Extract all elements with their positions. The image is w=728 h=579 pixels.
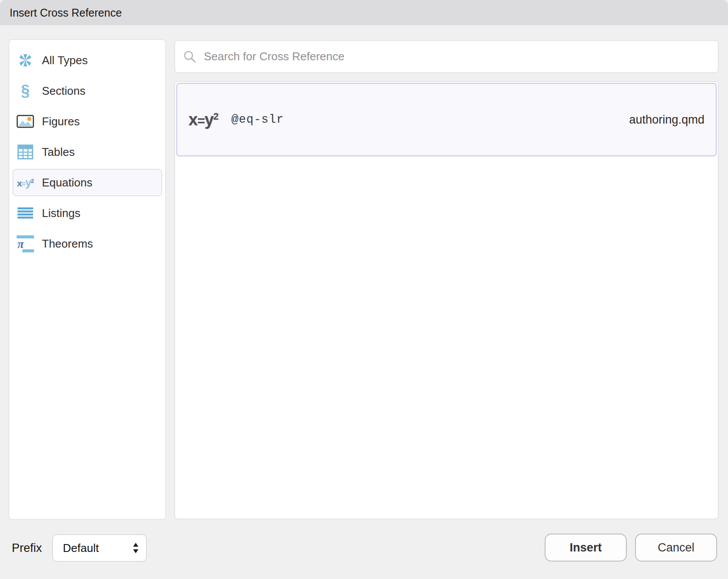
theorem-icon: π (16, 234, 35, 253)
dialog-titlebar: Insert Cross Reference (0, 0, 728, 25)
cancel-button-label: Cancel (658, 541, 694, 555)
all-types-asterisk-icon (16, 53, 35, 68)
insert-button[interactable]: Insert (545, 534, 627, 562)
prefix-label: Prefix (12, 541, 42, 555)
cancel-button[interactable]: Cancel (635, 534, 717, 562)
prefix-select-value: Default (63, 541, 99, 555)
svg-text:π: π (17, 238, 24, 251)
listings-icon (16, 207, 35, 219)
sidebar-item-all-types[interactable]: All Types (9, 45, 165, 76)
search-icon (183, 50, 197, 64)
dialog-title: Insert Cross Reference (10, 7, 122, 19)
result-row-equation[interactable]: x=y2 @eq-slr authoring.qmd (176, 83, 717, 156)
equation-icon: x=y2 (16, 177, 35, 188)
select-updown-arrows-icon (132, 541, 139, 555)
sidebar-item-equations[interactable]: x=y2 Equations (9, 167, 165, 198)
result-reference-id: @eq-slr (231, 113, 284, 126)
table-icon (16, 145, 35, 159)
sidebar-item-label: Tables (42, 145, 75, 159)
sidebar-item-tables[interactable]: Tables (9, 137, 165, 167)
sidebar-item-label: Equations (42, 176, 93, 190)
section-icon: § (16, 83, 35, 99)
sidebar-item-figures[interactable]: Figures (9, 106, 165, 137)
sidebar-item-listings[interactable]: Listings (9, 198, 165, 228)
prefix-select[interactable]: Default (52, 534, 147, 562)
insert-button-label: Insert (570, 541, 602, 555)
search-box (175, 40, 718, 73)
equation-icon: x=y2 (189, 111, 218, 128)
sidebar-item-label: Listings (42, 207, 80, 220)
sidebar-item-label: Sections (42, 84, 86, 98)
sidebar-item-sections[interactable]: § Sections (9, 76, 165, 106)
type-filter-sidebar: All Types § Sections Figure (9, 39, 166, 520)
sidebar-item-label: Theorems (42, 237, 93, 251)
sidebar-item-theorems[interactable]: π Theorems (9, 228, 165, 259)
insert-cross-reference-dialog: Insert Cross Reference (0, 0, 728, 579)
result-source-file: authoring.qmd (629, 113, 704, 127)
figure-icon (16, 115, 35, 128)
cross-reference-results-list: x=y2 @eq-slr authoring.qmd (175, 81, 718, 519)
search-input[interactable] (203, 49, 710, 64)
sidebar-item-label: Figures (42, 115, 80, 128)
sidebar-item-label: All Types (42, 54, 88, 67)
